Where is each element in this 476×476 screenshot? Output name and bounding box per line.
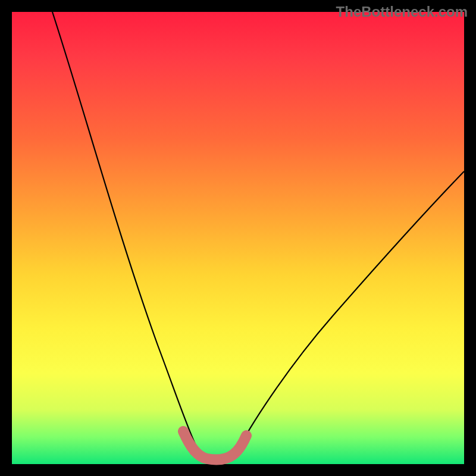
highlight-dot — [189, 446, 199, 456]
highlight-dot — [232, 446, 242, 456]
gradient-plot-area — [12, 12, 464, 464]
bottleneck-curve-path — [52, 12, 464, 459]
highlight-dot — [242, 431, 251, 440]
highlight-dot — [212, 455, 222, 464]
watermark-text: TheBottleneck.com — [336, 4, 468, 20]
bottleneck-curve-svg — [12, 12, 464, 464]
highlight-dot — [178, 427, 188, 436]
chart-frame: TheBottleneck.com — [0, 0, 476, 476]
